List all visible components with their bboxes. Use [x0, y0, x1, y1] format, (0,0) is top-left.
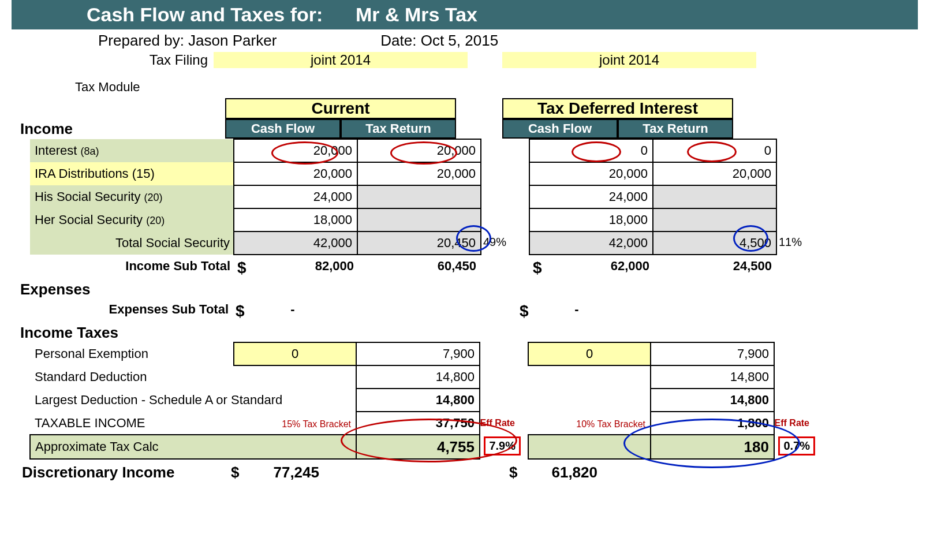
disc-sym-def: $: [509, 464, 517, 481]
exp-val-cur: -: [236, 302, 350, 317]
her-ss-sub: (20): [146, 215, 165, 226]
exp-sym-cur: $: [236, 302, 245, 320]
taxable-tr-cur: 37,750: [436, 416, 475, 430]
row-total-ss: Total Social Security 42,000 20,450 49% …: [12, 232, 776, 255]
income-sub-cf-cur: 82,000: [315, 259, 354, 274]
prepared-by-label: Prepared by:: [98, 32, 184, 50]
exp-sub-label: Expenses Sub Total: [30, 298, 232, 320]
her-ss-cf-current: 18,000: [234, 208, 357, 232]
filing-row: Tax Filing joint 2014 joint 2014: [12, 52, 877, 68]
row-interest: Interest (8a) 20,000 20,000 0 0: [12, 139, 776, 162]
income-sub-tr-def: 24,500: [653, 255, 776, 277]
ira-tr-def: 20,000: [653, 162, 776, 185]
row-income-subtotal: Income Sub Total $ 82,000 60,450 $ 62,00…: [12, 255, 776, 277]
approx-tr-cur: 4,755: [437, 438, 475, 456]
pe-cf-cur: 0: [234, 342, 356, 365]
prepared-by-value: Jason Parker: [188, 32, 277, 50]
largest-tr-def: 14,800: [651, 389, 774, 412]
approx-tr-def: 180: [744, 438, 769, 456]
section-taxes: Income Taxes: [20, 324, 877, 342]
sd-tr-cur: 14,800: [356, 365, 480, 389]
disc-val-def: 61,820: [551, 464, 621, 481]
effrate-label-cur: Eff Rate: [480, 418, 515, 428]
total-ss-pct-def: 11%: [779, 236, 802, 249]
pe-tr-cur: 7,900: [356, 342, 480, 365]
disc-sym-cur: $: [231, 464, 239, 481]
her-ss-cf-def: 18,000: [529, 208, 653, 232]
header-current: Current: [225, 98, 456, 119]
his-ss-sub: (20): [144, 192, 163, 203]
exp-sym-def: $: [520, 302, 529, 320]
tax-filing-label: Tax Filing: [12, 52, 208, 68]
section-income: Income: [20, 120, 73, 138]
discretionary-label: Discretionary Income: [21, 462, 227, 483]
row-ira: IRA Distributions (15) 20,000 20,000 20,…: [12, 162, 776, 185]
bracket-def: 10% Tax Bracket: [576, 419, 645, 429]
largest-tr-cur: 14,800: [356, 389, 480, 412]
date-label: Date:: [380, 32, 416, 50]
row-his-ss: His Social Security (20) 24,000 24,000: [12, 185, 776, 208]
row-sd: Standard Deduction 14,800 14,800: [12, 365, 774, 389]
row-exp-subtotal: Expenses Sub Total $ - $ -: [12, 298, 753, 320]
sd-tr-def: 14,800: [651, 365, 774, 389]
row-her-ss: Her Social Security (20) 18,000 18,000: [12, 208, 776, 232]
meta-row: Prepared by: Jason Parker Date: Oct 5, 2…: [98, 32, 877, 50]
row-pe: Personal Exemption 0 7,900 0 7,900: [12, 342, 774, 365]
exp-val-def: -: [520, 302, 634, 317]
module-label: Tax Module: [75, 80, 877, 95]
interest-tr-current: 20,000: [357, 139, 481, 162]
row-taxable: TAXABLE INCOME 15% Tax Bracket 37,750 Ef…: [12, 412, 774, 435]
pe-tr-def: 7,900: [651, 342, 774, 365]
header-taxreturn-left: Tax Return: [341, 119, 456, 139]
total-ss-tr-def: 4,500: [739, 236, 771, 250]
title-prefix: Cash Flow and Taxes for:: [87, 3, 323, 25]
ira-cf-current: 20,000: [234, 162, 357, 185]
row-approx: Approximate Tax Calc 4,755 7.9% 180 0.7%: [12, 435, 774, 459]
section-expenses: Expenses: [20, 281, 877, 298]
header-cashflow-left: Cash Flow: [225, 119, 341, 139]
pe-cf-def: 0: [528, 342, 651, 365]
income-sub-sym-cur: $: [237, 259, 246, 277]
client-name: Mr & Mrs Tax: [356, 3, 477, 25]
interest-sub: (8a): [81, 145, 99, 157]
ira-cf-def: 20,000: [529, 162, 653, 185]
total-ss-cf-current: 42,000: [234, 232, 357, 255]
header-taxreturn-right: Tax Return: [618, 119, 733, 139]
sd-label: Standard Deduction: [30, 365, 234, 389]
his-ss-label: His Social Security: [35, 189, 140, 204]
title-bar: Cash Flow and Taxes for: Mr & Mrs Tax: [12, 0, 918, 29]
pe-label: Personal Exemption: [30, 342, 234, 365]
her-ss-label: Her Social Security: [35, 212, 143, 227]
taxable-label: TAXABLE INCOME: [30, 412, 234, 435]
approx-label: Approximate Tax Calc: [30, 435, 234, 459]
row-discretionary: Discretionary Income $ 77,245 $ 61,820: [12, 462, 737, 483]
effrate-label-def: Eff Rate: [775, 418, 809, 428]
ira-tr-current: 20,000: [357, 162, 481, 185]
filing-left: joint 2014: [214, 52, 468, 68]
filing-right: joint 2014: [502, 52, 756, 68]
his-ss-cf-current: 24,000: [234, 185, 357, 208]
income-sub-tr-cur: 60,450: [357, 255, 481, 277]
header-cashflow-right: Cash Flow: [502, 119, 618, 139]
header-deferred: Tax Deferred Interest: [502, 98, 733, 119]
income-sub-label: Income Sub Total: [30, 255, 234, 277]
bracket-cur: 15% Tax Bracket: [282, 419, 351, 429]
ira-label: IRA Distributions (15): [30, 162, 234, 185]
his-ss-cf-def: 24,000: [529, 185, 653, 208]
total-ss-cf-def: 42,000: [529, 232, 653, 255]
interest-label: Interest: [35, 143, 77, 158]
effrate-def: 0.7%: [778, 436, 815, 456]
total-ss-pct-current: 49%: [483, 236, 506, 249]
date-value: Oct 5, 2015: [421, 32, 498, 50]
effrate-cur: 7.9%: [484, 436, 521, 456]
interest-tr-def: 0: [653, 139, 776, 162]
largest-label: Largest Deduction - Schedule A or Standa…: [30, 389, 356, 412]
income-sub-sym-def: $: [533, 259, 542, 277]
disc-val-cur: 77,245: [273, 464, 342, 481]
income-sub-cf-def: 62,000: [611, 259, 649, 274]
interest-cf-def: 0: [529, 139, 653, 162]
total-ss-label: Total Social Security: [30, 232, 234, 255]
taxable-tr-def: 1,800: [737, 416, 769, 430]
row-largest: Largest Deduction - Schedule A or Standa…: [12, 389, 774, 412]
interest-cf-current: 20,000: [234, 139, 357, 162]
